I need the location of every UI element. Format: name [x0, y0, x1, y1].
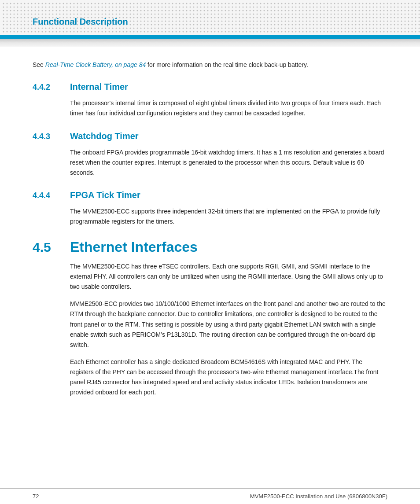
footer-page-num: 72 [33, 493, 39, 500]
section-45-num: 4.5 [33, 240, 66, 255]
section-45-body2: MVME2500-ECC provides two 10/100/1000 Et… [70, 299, 387, 349]
section-444-heading: 4.4.4 FPGA Tick Timer [33, 190, 387, 200]
section-442-body: The processor's internal timer is compos… [70, 98, 387, 118]
section-442-heading: 4.4.2 Internal Timer [33, 82, 387, 92]
section-45-heading: 4.5 Ethernet Interfaces [33, 239, 387, 255]
section-444-num: 4.4.4 [33, 191, 66, 200]
section-443-title: Watchdog Timer [70, 131, 139, 141]
header: Functional Description [0, 0, 420, 35]
blue-divider [0, 35, 420, 39]
footer: 72 MVME2500-ECC Installation and Use (68… [0, 488, 420, 504]
section-443-body: The onboard FPGA provides programmable 1… [70, 147, 387, 178]
page-title: Functional Description [33, 17, 128, 27]
main-content: See Real-Time Clock Battery, on page 84 … [0, 51, 420, 418]
rtc-battery-link[interactable]: Real-Time Clock Battery, on page 84 [45, 61, 146, 68]
section-444-title: FPGA Tick Timer [70, 190, 140, 200]
section-443-num: 4.4.3 [33, 132, 66, 141]
section-442-num: 4.4.2 [33, 83, 66, 92]
footer-doc-title: MVME2500-ECC Installation and Use (68068… [250, 493, 387, 500]
section-45-body1: The MVME2500-ECC has three eTSEC control… [70, 261, 387, 292]
section-444-body: The MVME2500-ECC supports three independ… [70, 206, 387, 227]
intro-text: for more information on the real time cl… [146, 61, 308, 68]
section-442-title: Internal Timer [70, 82, 128, 92]
section-45-title: Ethernet Interfaces [70, 239, 198, 255]
section-45-body3: Each Ethernet controller has a single de… [70, 357, 387, 397]
section-443-heading: 4.4.3 Watchdog Timer [33, 131, 387, 141]
gray-divider [0, 39, 420, 47]
intro-paragraph: See Real-Time Clock Battery, on page 84 … [33, 60, 387, 70]
